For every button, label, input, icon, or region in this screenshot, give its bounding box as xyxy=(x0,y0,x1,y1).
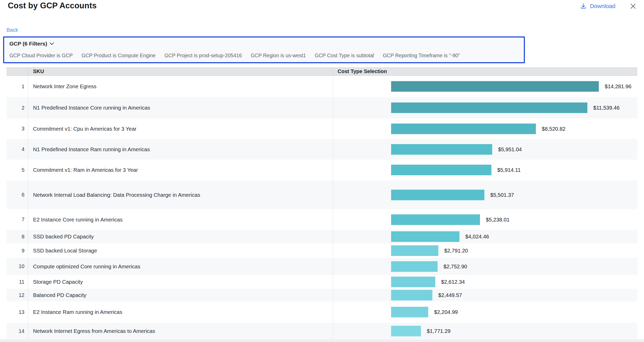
filter-chip[interactable]: GCP Reporting Timeframe is "-90" xyxy=(383,53,460,59)
row-index: 2 xyxy=(7,97,28,118)
column-header-sku: SKU xyxy=(28,67,333,75)
filter-chip[interactable]: GCP Cloud Provider is GCP xyxy=(9,53,73,59)
sku-cell: Storage PD Capacity xyxy=(28,275,333,289)
cost-bar xyxy=(391,189,485,200)
sku-cell: N1 Predefined Instance Ram running in Am… xyxy=(28,139,333,160)
cost-bar xyxy=(391,290,433,301)
table-row[interactable]: 11 Storage PD Capacity $2,612.34 xyxy=(7,275,637,289)
filter-chip[interactable]: GCP Region is us-west1 xyxy=(251,53,306,59)
table-row[interactable]: 6 Network Internal Load Balancing: Data … xyxy=(7,180,637,209)
filter-chip[interactable]: GCP Product is Compute Engine xyxy=(81,53,156,59)
sku-cell: SSD backed Local Storage xyxy=(28,243,333,258)
cost-value: $11,539.46 xyxy=(593,105,620,111)
cost-bar xyxy=(391,144,492,155)
table-row[interactable]: 10 Compute optimized Core running in Ame… xyxy=(7,258,637,275)
sku-cell: Commitment v1: Cpu in Americas for 3 Yea… xyxy=(28,118,333,139)
table-row[interactable]: 1 Network Inter Zone Egress $14,281.96 xyxy=(7,76,637,97)
filter-panel: GCP (6 Filters) GCP Cloud Provider is GC… xyxy=(3,36,525,63)
row-index: 4 xyxy=(7,139,28,160)
sku-cell: Commitment v1: Ram in Americas for 3 Yea… xyxy=(28,160,333,180)
cost-value: $8,520.82 xyxy=(542,126,565,132)
cost-bar xyxy=(391,102,588,113)
cost-cell: $2,204.99 xyxy=(333,301,637,323)
cost-bar xyxy=(391,81,599,92)
sku-cell: E2 Instance Core running in Americas xyxy=(28,209,333,230)
row-index: 12 xyxy=(7,289,28,301)
table-row[interactable]: 3 Commitment v1: Cpu in Americas for 3 Y… xyxy=(7,118,637,139)
cost-cell: $8,520.82 xyxy=(333,118,637,139)
topbar-actions: Download xyxy=(580,3,637,10)
cost-cell: $5,501.37 xyxy=(333,180,637,209)
sku-cell: SSD backed PD Capacity xyxy=(28,230,333,243)
cost-bar xyxy=(391,307,428,318)
cost-cell: $5,951.04 xyxy=(333,139,637,160)
row-index: 14 xyxy=(7,323,28,339)
table-header: SKU Cost Type Selection xyxy=(7,67,637,76)
page-title: Cost by GCP Accounts xyxy=(8,1,97,10)
chevron-down-icon xyxy=(50,42,54,45)
cost-cell: $5,238.01 xyxy=(333,209,637,230)
filter-chip-list: GCP Cloud Provider is GCPGCP Product is … xyxy=(9,53,521,59)
table-row[interactable]: 4 N1 Predefined Instance Ram running in … xyxy=(7,139,637,160)
close-icon[interactable] xyxy=(629,3,637,10)
column-header-index xyxy=(7,67,28,75)
cost-value: $2,204.99 xyxy=(434,309,458,315)
cost-bar xyxy=(391,276,435,287)
cost-bar xyxy=(391,231,460,242)
cost-cell: $2,791.20 xyxy=(333,243,637,258)
sku-cell: Network Inter Zone Egress xyxy=(28,76,333,97)
cost-value: $2,612.34 xyxy=(441,279,465,285)
bottom-edge-strip xyxy=(0,339,644,342)
filter-summary-dropdown[interactable]: GCP (6 Filters) xyxy=(9,41,54,47)
cost-cell: $1,771.29 xyxy=(333,323,637,339)
cost-value: $2,752.90 xyxy=(443,263,467,270)
table-row[interactable]: 13 E2 Instance Ram running in Americas $… xyxy=(7,301,637,323)
filter-chip[interactable]: GCP Project is prod-setup-205416 xyxy=(164,53,242,59)
row-index: 7 xyxy=(7,209,28,230)
cost-bar xyxy=(391,245,439,256)
cost-cell: $2,449.57 xyxy=(333,289,637,301)
cost-value: $4,024.46 xyxy=(465,233,489,240)
sku-cell: Network Internal Load Balancing: Data Pr… xyxy=(28,180,333,209)
sku-cell: N1 Predefined Instance Core running in A… xyxy=(28,97,333,118)
cost-cell: $2,612.34 xyxy=(333,275,637,289)
cost-cell: $5,914.11 xyxy=(333,160,637,180)
cost-value: $5,914.11 xyxy=(497,167,521,173)
cost-value: $1,771.29 xyxy=(427,328,450,334)
back-link[interactable]: Back xyxy=(7,27,18,33)
cost-table: SKU Cost Type Selection 1 Network Inter … xyxy=(7,67,637,339)
table-row[interactable]: 8 SSD backed PD Capacity $4,024.46 xyxy=(7,230,637,243)
cost-bar xyxy=(391,123,536,134)
table-row[interactable]: 5 Commitment v1: Ram in Americas for 3 Y… xyxy=(7,160,637,180)
row-index: 5 xyxy=(7,160,28,180)
sku-cell: E2 Instance Ram running in Americas xyxy=(28,301,333,323)
cost-cell: $14,281.96 xyxy=(333,76,637,97)
download-label: Download xyxy=(590,3,615,10)
sku-cell: Network Internet Egress from Americas to… xyxy=(28,323,333,339)
filter-chip[interactable]: GCP Cost Type is subtotal xyxy=(315,53,374,59)
row-index: 11 xyxy=(7,275,28,289)
table-row[interactable]: 9 SSD backed Local Storage $2,791.20 xyxy=(7,243,637,258)
column-header-cost-type-selection: Cost Type Selection xyxy=(333,67,637,75)
row-index: 10 xyxy=(7,258,28,275)
table-row[interactable]: 7 E2 Instance Core running in Americas $… xyxy=(7,209,637,230)
cost-value: $2,449.57 xyxy=(438,292,462,298)
row-index: 3 xyxy=(7,118,28,139)
table-row[interactable]: 2 N1 Predefined Instance Core running in… xyxy=(7,97,637,118)
cost-value: $14,281.96 xyxy=(605,83,632,90)
filter-summary-label: GCP (6 Filters) xyxy=(9,41,47,47)
cost-bar xyxy=(391,214,480,225)
row-index: 6 xyxy=(7,180,28,209)
cost-value: $5,238.01 xyxy=(486,217,510,223)
cost-value: $5,501.37 xyxy=(490,192,514,198)
row-index: 13 xyxy=(7,301,28,323)
download-button[interactable]: Download xyxy=(580,3,615,10)
cost-bar xyxy=(391,164,492,175)
row-index: 9 xyxy=(7,243,28,258)
cost-value: $5,951.04 xyxy=(498,146,522,153)
download-icon xyxy=(580,3,587,10)
cost-value: $2,791.20 xyxy=(444,248,468,254)
table-row[interactable]: 14 Network Internet Egress from Americas… xyxy=(7,323,637,339)
table-row[interactable]: 12 Balanced PD Capacity $2,449.57 xyxy=(7,289,637,301)
cost-bar xyxy=(391,261,438,272)
